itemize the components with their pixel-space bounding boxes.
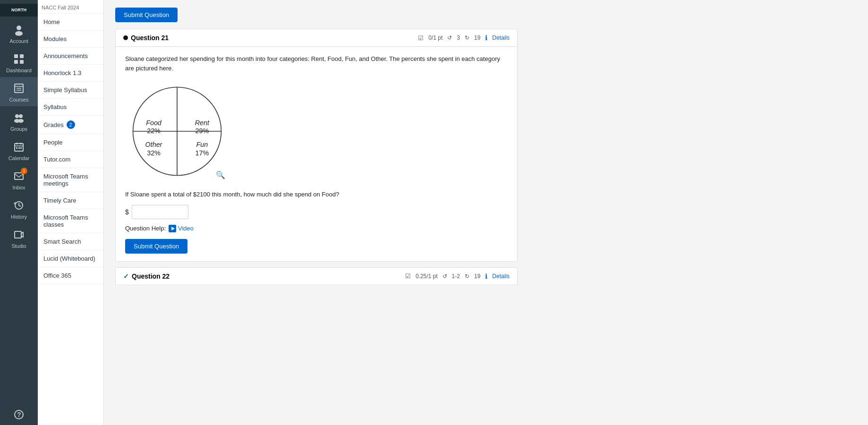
svg-rect-4 <box>14 60 18 64</box>
question-22-container: ✓ Question 22 ☑ 0.25/1 pt ↺ 1-2 ↻ 19 ℹ D… <box>115 267 518 285</box>
chart-area: Food 22% Rent 29% Other 32% Fun 17% <box>125 79 508 183</box>
nav-label-inbox: Inbox <box>13 185 26 190</box>
question-help-label: Question Help: <box>125 225 166 232</box>
dollar-sign: $ <box>125 208 129 216</box>
course-nav-ms-teams-meetings[interactable]: Microsoft Teams meetings <box>38 168 103 192</box>
pie-fun-pct: 17% <box>195 149 209 157</box>
question-21-redo-count: 19 <box>474 34 480 41</box>
pie-rent-pct: 29% <box>195 127 209 135</box>
course-nav-smart-search-label: Smart Search <box>43 238 81 245</box>
question-22-details-link[interactable]: Details <box>492 273 510 280</box>
brand-text: NORTH <box>11 8 26 13</box>
nav-item-calendar[interactable]: Calendar <box>0 136 38 165</box>
svg-rect-18 <box>16 147 17 149</box>
course-nav-honorlock-label: Honorlock 1.3 <box>43 69 81 76</box>
course-nav-office365[interactable]: Office 365 <box>38 267 103 284</box>
nav-item-courses[interactable]: Courses <box>0 77 38 106</box>
question-21-header: Question 21 ☑ 0/1 pt ↺ 3 ↻ 19 ℹ Details <box>116 29 517 47</box>
course-nav-ms-teams-classes[interactable]: Microsoft Teams classes <box>38 209 103 233</box>
question-21-undo-icon: ↺ <box>447 34 452 41</box>
question-21-title: Question 21 <box>123 34 169 42</box>
question-22-info-icon: ℹ <box>485 272 487 280</box>
question-prompt: If Sloane spent a total of $2100 this mo… <box>125 190 508 199</box>
pie-other-pct: 32% <box>147 149 161 157</box>
help-icon: ? <box>12 408 26 421</box>
svg-point-13 <box>18 119 24 123</box>
svg-rect-19 <box>18 147 20 149</box>
pie-rent-label: Rent <box>195 119 210 127</box>
bottom-submit-button[interactable]: Submit Question <box>125 239 187 254</box>
question-22-status: 0.25/1 pt <box>416 273 438 280</box>
course-nav-syllabus-label: Syllabus <box>43 103 67 110</box>
nav-label-groups: Groups <box>10 126 27 132</box>
nav-label-studio: Studio <box>11 243 26 249</box>
question-help: Question Help: Video <box>125 225 508 232</box>
pie-other-label: Other <box>145 141 163 148</box>
nav-item-history[interactable]: History <box>0 194 38 223</box>
course-nav-modules-label: Modules <box>43 35 67 42</box>
question-21-label: Question 21 <box>131 34 169 42</box>
question-21-dot <box>123 35 128 40</box>
svg-point-0 <box>17 26 21 30</box>
nav-item-groups[interactable]: Groups <box>0 106 38 136</box>
nav-item-inbox[interactable]: 1 Inbox <box>0 165 38 194</box>
studio-icon <box>12 228 26 241</box>
inbox-icon: 1 <box>12 170 26 183</box>
question-22-redo-count: 19 <box>474 273 480 280</box>
grades-badge: 2 <box>67 120 75 129</box>
pie-chart-svg: Food 22% Rent 29% Other 32% Fun 17% <box>125 79 229 183</box>
video-link[interactable]: Video <box>169 225 194 232</box>
question-21-edit-icon: ☑ <box>418 34 424 42</box>
question-22-undo-count: 1-2 <box>452 273 460 280</box>
svg-rect-23 <box>15 231 21 238</box>
question-21-body: Sloane categorized her spending for this… <box>116 47 517 261</box>
nav-item-account[interactable]: Account <box>0 18 38 48</box>
pie-chart-wrapper: Food 22% Rent 29% Other 32% Fun 17% <box>125 79 229 183</box>
zoom-icon[interactable]: 🔍 <box>216 170 225 179</box>
course-nav-smart-search[interactable]: Smart Search <box>38 233 103 250</box>
course-nav: NACC Fall 2024 Home Modules Announcement… <box>38 0 104 425</box>
play-icon <box>169 225 176 232</box>
course-nav-lucid[interactable]: Lucid (Whiteboard) <box>38 250 103 267</box>
question-22-check: ✓ <box>123 272 129 280</box>
course-nav-announcements[interactable]: Announcements <box>38 48 103 65</box>
question-22-undo-icon: ↺ <box>443 273 447 280</box>
svg-point-10 <box>15 114 19 118</box>
question-22-label: Question 22 <box>132 272 170 280</box>
question-21-details-link[interactable]: Details <box>492 34 510 41</box>
course-nav-tutor[interactable]: Tutor.com <box>38 151 103 168</box>
course-nav-announcements-label: Announcements <box>43 52 88 60</box>
question-21-text: Sloane categorized her spending for this… <box>125 54 508 73</box>
svg-rect-2 <box>14 54 18 58</box>
course-nav-tutor-label: Tutor.com <box>43 156 70 163</box>
top-submit-button[interactable]: Submit Question <box>115 8 178 22</box>
svg-rect-5 <box>20 60 24 64</box>
question-22-redo-icon: ↻ <box>465 273 469 280</box>
nav-label-history: History <box>11 214 27 220</box>
nav-item-studio[interactable]: Studio <box>0 223 38 253</box>
course-nav-people[interactable]: People <box>38 134 103 151</box>
main-content: Submit Question Question 21 ☑ 0/1 pt ↺ 3… <box>104 0 868 425</box>
course-nav-home[interactable]: Home <box>38 14 103 31</box>
course-nav-modules[interactable]: Modules <box>38 31 103 48</box>
account-icon <box>12 23 26 36</box>
course-nav-header: NACC Fall 2024 <box>38 2 103 14</box>
nav-label-courses: Courses <box>9 97 29 102</box>
groups-icon <box>12 111 26 124</box>
nav-item-dashboard[interactable]: Dashboard <box>0 48 38 77</box>
course-nav-simple-syllabus[interactable]: Simple Syllabus <box>38 82 103 99</box>
answer-input[interactable] <box>132 205 188 219</box>
course-nav-syllabus[interactable]: Syllabus <box>38 99 103 116</box>
info-icon: ℹ <box>485 34 487 42</box>
course-nav-ms-teams-classes-label: Microsoft Teams classes <box>43 214 98 228</box>
courses-icon <box>12 82 26 95</box>
course-nav-simple-syllabus-label: Simple Syllabus <box>43 86 87 94</box>
brand-logo[interactable]: NORTH <box>0 4 38 17</box>
course-nav-honorlock[interactable]: Honorlock 1.3 <box>38 65 103 82</box>
question-22-title: ✓ Question 22 <box>123 272 170 280</box>
course-nav-timely-care[interactable]: Timely Care <box>38 192 103 209</box>
nav-item-help[interactable]: ? <box>0 403 38 425</box>
nav-label-calendar: Calendar <box>9 155 30 161</box>
pie-fun-label: Fun <box>196 141 208 148</box>
course-nav-grades[interactable]: Grades 2 <box>38 116 103 134</box>
